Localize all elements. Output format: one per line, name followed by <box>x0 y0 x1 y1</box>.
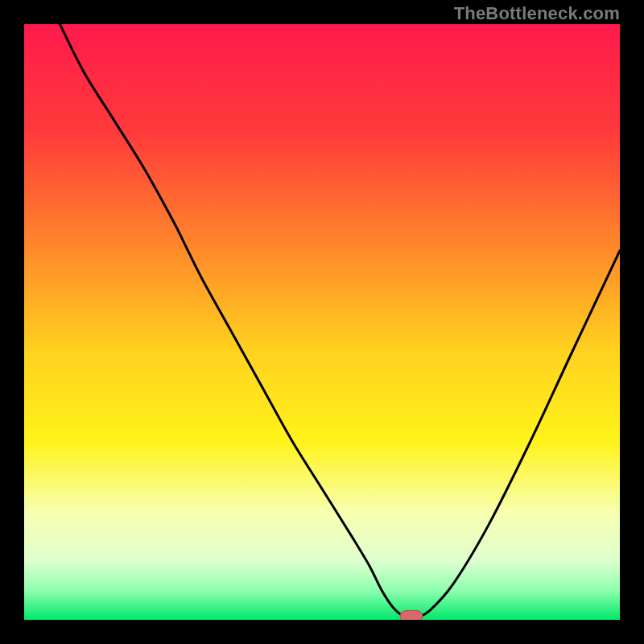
plot-area <box>24 24 620 620</box>
optimum-marker <box>400 611 423 620</box>
gradient-background <box>24 24 620 620</box>
chart-frame: TheBottleneck.com <box>0 0 644 644</box>
watermark-text: TheBottleneck.com <box>454 3 620 24</box>
chart-svg <box>24 24 620 620</box>
